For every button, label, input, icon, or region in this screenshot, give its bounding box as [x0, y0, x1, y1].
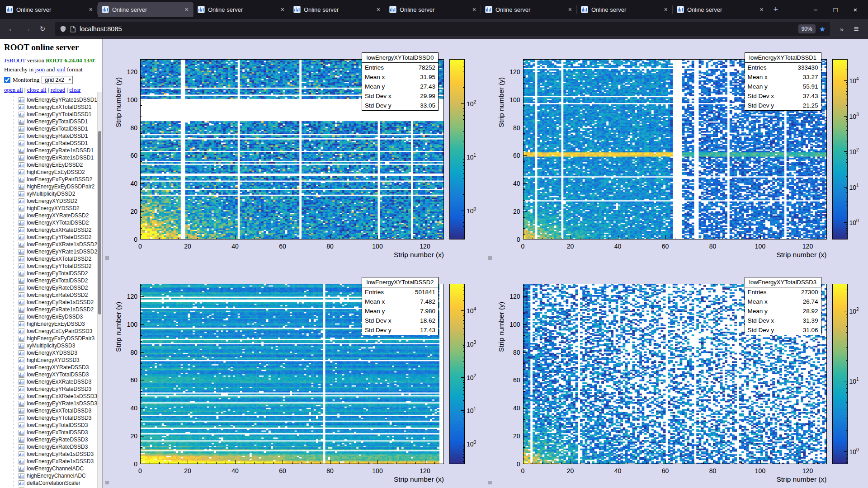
tree-item[interactable]: lowEnergyXYTotalDSSD3 — [19, 371, 95, 378]
tab-close-icon[interactable]: × — [567, 6, 573, 13]
tree-item[interactable]: lowEnergyEyRate1sDSSD2 — [19, 299, 95, 306]
tree-item[interactable]: xyMultiplicityDSSD3 — [19, 342, 95, 349]
browser-tab[interactable]: Online server× — [577, 2, 673, 17]
tab-close-icon[interactable]: × — [663, 6, 669, 13]
tree-item[interactable]: lowEnergyExEyDSSD2 — [19, 161, 95, 169]
tree-item[interactable]: lowEnergyEyTotalDSSD3 — [19, 422, 95, 429]
close-window-button[interactable]: × — [845, 0, 865, 19]
bookmark-star-icon[interactable]: ★ — [819, 25, 826, 33]
tree-item[interactable]: lowEnergyXYRateDSSD2 — [19, 212, 95, 219]
shield-icon[interactable] — [60, 25, 66, 33]
tree-item[interactable]: lowEnergyExEyPairDSSD3 — [19, 328, 95, 335]
tab-close-icon[interactable]: × — [759, 6, 764, 13]
tree-item[interactable]: lowEnergyEyYRateDSSD3 — [19, 385, 95, 393]
tree-item[interactable]: lowEnergyExXTotalDSSD1 — [19, 103, 95, 111]
tree-item[interactable]: highEnergyXYDSSD2 — [19, 205, 95, 212]
tree-item[interactable]: deltaCorrelationScaler — [19, 479, 95, 487]
grid-layout-select[interactable]: grid 2x2 ▾ — [42, 76, 73, 84]
tree-item[interactable]: lowEnergyExRate1sDSSD1 — [19, 154, 95, 161]
tree-item[interactable]: lowEnergyEyRateDSSD1 — [19, 132, 95, 140]
tab-close-icon[interactable]: × — [376, 6, 381, 13]
tree-item[interactable]: lowEnergyEyTotalDSSD2 — [19, 270, 95, 277]
tree-item[interactable]: lowEnergyExEyPairDSSD2 — [19, 176, 95, 183]
tree-item[interactable]: lowEnergyChannelADC — [19, 465, 95, 472]
tree-item[interactable]: lowEnergyEyYRate1sDSSD3 — [19, 400, 95, 407]
tree-item[interactable]: lowEnergyEyRateDSSD2 — [19, 284, 95, 291]
grid-separator-handle[interactable] — [488, 256, 492, 260]
open-all-link[interactable]: open all — [4, 86, 23, 93]
tree-item[interactable]: lowEnergyXYTotalDSSD2 — [19, 219, 95, 226]
tree-item[interactable]: lowEnergyExXRate1sDSSD3 — [19, 393, 95, 400]
tree-item[interactable]: xyMultiplicityDSSD2 — [19, 190, 95, 197]
grid-separator-handle[interactable] — [105, 481, 109, 484]
tree-item[interactable]: lowEnergyExXTotalDSSD3 — [19, 407, 95, 414]
tree-item[interactable]: lowEnergyEyYRate1sDSSD2 — [19, 248, 95, 255]
tree-item[interactable]: lowEnergyExRateDSSD3 — [19, 443, 95, 450]
tree-item[interactable]: lowEnergyEyTotalDSSD1 — [19, 118, 95, 125]
tree-item[interactable]: lowEnergyExXTotalDSSD2 — [19, 255, 95, 263]
hamburger-menu-icon[interactable]: ≡ — [849, 24, 863, 34]
tree-item[interactable]: lowEnergyEyYRate1sDSSD1 — [19, 96, 95, 103]
tree-item[interactable]: lowEnergyExRate1sDSSD2 — [19, 306, 95, 313]
tree-item[interactable]: lowEnergyXYDSSD3 — [19, 349, 95, 357]
tab-close-icon[interactable]: × — [280, 6, 285, 13]
tree-item[interactable]: lowEnergyEyRate1sDSSD3 — [19, 450, 95, 458]
tab-close-icon[interactable]: × — [88, 6, 94, 13]
tree-item[interactable]: lowEnergyXYRateDSSD3 — [19, 364, 95, 371]
tree-item[interactable]: lowEnergyExXRate1sDSSD2 — [19, 241, 95, 248]
sidebar-scrollbar[interactable] — [97, 92, 102, 488]
tree-item[interactable]: lowEnergyEyYTotalDSSD3 — [19, 414, 95, 422]
browser-tab[interactable]: Online server× — [193, 2, 289, 17]
monitoring-checkbox[interactable] — [4, 77, 10, 83]
browser-tab[interactable]: Online server× — [385, 2, 481, 17]
tree-item[interactable]: lowEnergyExTotalDSSD1 — [19, 125, 95, 132]
xml-link[interactable]: xml — [57, 66, 66, 73]
tree-item[interactable]: lowEnergyEyYRateDSSD2 — [19, 234, 95, 241]
tree-item[interactable]: highEnergyXYDSSD3 — [19, 357, 95, 364]
url-bar[interactable]: localhost:8085 90% ★ — [55, 22, 830, 36]
close-all-link[interactable]: close all — [27, 86, 47, 93]
url-text[interactable]: localhost:8085 — [80, 25, 795, 33]
tree-item[interactable]: lowEnergyEyRate1sDSSD1 — [19, 147, 95, 154]
tree-item[interactable]: lowEnergyExRateDSSD2 — [19, 291, 95, 299]
minimize-button[interactable]: − — [806, 0, 826, 19]
tab-close-icon[interactable]: × — [472, 6, 477, 13]
new-tab-button[interactable]: + — [769, 2, 783, 17]
clear-link[interactable]: clear — [69, 86, 80, 93]
tree-item[interactable]: lowEnergyExTotalDSSD3 — [19, 429, 95, 436]
tree-item[interactable]: lowEnergyExRate1sDSSD3 — [19, 458, 95, 465]
tree-item[interactable]: lowEnergyExEyDSSD3 — [19, 313, 95, 320]
browser-tab[interactable]: Online server× — [673, 2, 769, 17]
jsroot-link[interactable]: JSROOT — [4, 57, 25, 64]
tree-item[interactable]: lowEnergyExRateDSSD1 — [19, 140, 95, 147]
page-info-icon[interactable] — [70, 26, 76, 33]
browser-tab[interactable]: Online server× — [481, 2, 577, 17]
tree-item[interactable]: lowEnergyExTotalDSSD2 — [19, 277, 95, 284]
browser-tab[interactable]: Online server× — [98, 2, 193, 17]
tree-item[interactable]: lowEnergyExXRateDSSD3 — [19, 378, 95, 385]
tree-item[interactable]: lowEnergyXYDSSD2 — [19, 197, 95, 205]
tree-item[interactable]: highEnergyChannelADC — [19, 472, 95, 479]
json-link[interactable]: json — [35, 66, 45, 73]
tree-item[interactable]: highEnergyExEyDSSD3 — [19, 320, 95, 328]
maximize-button[interactable]: □ — [826, 0, 845, 19]
tree-item[interactable]: lowEnergyEyYTotalDSSD2 — [19, 263, 95, 270]
reload-button[interactable]: ↻ — [35, 22, 50, 36]
tree-item[interactable]: lowEnergyEyRateDSSD3 — [19, 436, 95, 443]
tab-close-icon[interactable]: × — [184, 6, 189, 13]
grid-separator-handle[interactable] — [105, 256, 109, 260]
reload-link[interactable]: reload — [51, 86, 65, 93]
tree-item[interactable]: lowEnergyEyYTotalDSSD1 — [19, 111, 95, 118]
tree-item[interactable]: highEnergyExEyDSSD2 — [19, 169, 95, 176]
overflow-chevron-icon[interactable]: » — [835, 25, 848, 33]
browser-tab[interactable]: Online server× — [289, 2, 385, 17]
back-button[interactable]: ← — [5, 22, 19, 36]
scrollbar-thumb[interactable] — [98, 131, 101, 314]
tree-item[interactable]: highEnergyExEyDSSDPair3 — [19, 335, 95, 342]
browser-tab[interactable]: Online server× — [2, 2, 98, 17]
tree-item[interactable]: lowEnergyExXRateDSSD2 — [19, 226, 95, 234]
grid-separator-handle[interactable] — [488, 481, 492, 484]
forward-button[interactable]: → — [20, 22, 34, 36]
tree-item[interactable]: highEnergyExEyDSSDPair2 — [19, 183, 95, 190]
zoom-level-badge[interactable]: 90% — [798, 24, 816, 33]
